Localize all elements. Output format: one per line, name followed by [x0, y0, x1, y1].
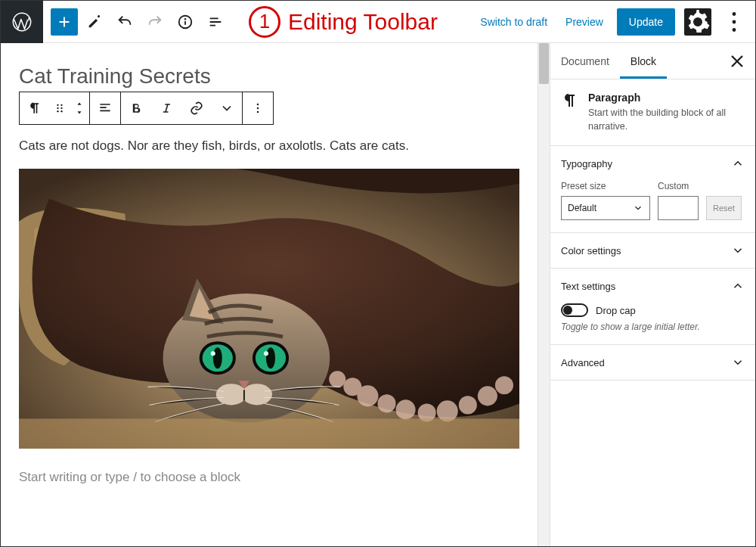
svg-point-14 — [257, 107, 259, 110]
italic-icon — [159, 101, 174, 116]
svg-point-25 — [343, 378, 361, 396]
svg-point-10 — [60, 107, 62, 109]
svg-point-21 — [437, 400, 458, 421]
chevron-down-icon — [219, 101, 234, 116]
svg-point-11 — [57, 110, 58, 112]
toolbar-right-group: Switch to draft Preview Update — [476, 8, 755, 36]
pencil-icon — [86, 14, 103, 30]
custom-size-label: Custom — [658, 181, 699, 191]
update-button[interactable]: Update — [617, 8, 675, 36]
paragraph-icon — [561, 92, 579, 110]
svg-point-22 — [459, 396, 477, 414]
svg-point-35 — [264, 351, 268, 356]
svg-point-18 — [377, 394, 395, 412]
wordpress-logo[interactable] — [1, 1, 43, 43]
block-more-button[interactable] — [243, 92, 273, 124]
reset-size-button[interactable]: Reset — [706, 196, 742, 220]
advanced-header[interactable]: Advanced — [550, 345, 755, 380]
plus-icon — [56, 14, 73, 30]
svg-rect-38 — [19, 418, 519, 449]
svg-point-23 — [478, 386, 497, 406]
preset-size-select[interactable]: Default — [561, 196, 650, 220]
more-format-button[interactable] — [212, 92, 242, 124]
scrollbar-thumb[interactable] — [539, 43, 549, 84]
tab-document[interactable]: Document — [550, 43, 620, 79]
tab-block[interactable]: Block — [620, 43, 667, 79]
more-options-button[interactable] — [720, 8, 748, 36]
empty-block-placeholder[interactable]: Start writing or type / to choose a bloc… — [19, 470, 519, 485]
outline-button[interactable] — [202, 8, 229, 36]
link-icon — [189, 101, 204, 116]
svg-point-4 — [733, 12, 736, 16]
sidebar-tabs: Document Block — [550, 43, 755, 79]
block-title: Paragraph — [588, 92, 745, 104]
text-settings-header[interactable]: Text settings — [550, 269, 755, 303]
undo-icon — [116, 14, 133, 30]
block-type-button[interactable] — [20, 92, 50, 124]
text-settings-heading: Text settings — [561, 281, 615, 292]
workspace: Cat Training Secrets — [1, 43, 755, 546]
preview-button[interactable]: Preview — [561, 10, 608, 34]
add-block-button[interactable] — [51, 8, 78, 36]
svg-point-32 — [213, 347, 222, 368]
advanced-heading: Advanced — [561, 357, 605, 368]
block-toolbar — [19, 92, 274, 125]
bold-icon — [129, 101, 144, 116]
annotation-label: Editing Toolbar — [288, 9, 438, 35]
redo-button[interactable] — [141, 8, 169, 36]
chevron-down-icon — [731, 244, 745, 257]
color-settings-heading: Color settings — [561, 245, 621, 256]
svg-point-34 — [211, 351, 215, 356]
chevron-down-icon — [731, 356, 745, 369]
move-updown-icon — [72, 101, 87, 116]
dropcap-label: Drop cap — [596, 305, 636, 316]
info-button[interactable] — [172, 8, 199, 36]
svg-point-12 — [60, 110, 62, 112]
italic-button[interactable] — [151, 92, 181, 124]
drag-icon — [52, 101, 67, 116]
chevron-down-icon — [633, 203, 643, 213]
top-toolbar: 1 Editing Toolbar Switch to draft Previe… — [1, 1, 755, 43]
switch-to-draft-button[interactable]: Switch to draft — [476, 10, 552, 34]
chevron-up-icon — [731, 157, 745, 170]
dropcap-help: Toggle to show a large initial letter. — [561, 322, 745, 332]
move-block-button[interactable] — [70, 92, 89, 124]
paragraph-icon — [27, 101, 42, 116]
align-button[interactable] — [90, 92, 120, 124]
settings-button[interactable] — [684, 8, 711, 36]
svg-point-24 — [495, 376, 513, 394]
kebab-icon — [250, 101, 265, 116]
annotation-callout: 1 Editing Toolbar — [249, 6, 438, 38]
svg-point-26 — [329, 371, 345, 387]
svg-point-7 — [57, 104, 58, 106]
advanced-panel: Advanced — [550, 345, 755, 381]
custom-size-input[interactable] — [658, 196, 699, 220]
gear-icon — [684, 8, 711, 36]
editor-canvas[interactable]: Cat Training Secrets — [1, 43, 538, 546]
info-icon — [177, 14, 194, 30]
toolbar-left-group — [43, 8, 229, 36]
paragraph-block[interactable]: Cats are not dogs. Nor are they fish, bi… — [19, 138, 519, 154]
close-sidebar-button[interactable] — [727, 51, 748, 72]
undo-button[interactable] — [111, 8, 138, 36]
svg-point-19 — [396, 399, 416, 419]
link-button[interactable] — [181, 92, 212, 124]
typography-panel-header[interactable]: Typography — [550, 146, 755, 181]
svg-point-3 — [185, 18, 186, 19]
preset-size-value: Default — [568, 203, 596, 213]
settings-sidebar: Document Block Paragraph Start with the … — [550, 43, 755, 546]
post-title[interactable]: Cat Training Secrets — [19, 64, 519, 89]
bold-button[interactable] — [121, 92, 151, 124]
canvas-scrollbar[interactable] — [538, 43, 550, 546]
svg-point-6 — [733, 28, 736, 32]
edit-mode-button[interactable] — [81, 8, 108, 36]
dropcap-toggle[interactable] — [561, 303, 588, 317]
align-left-icon — [98, 101, 113, 116]
color-settings-header[interactable]: Color settings — [550, 233, 755, 268]
redo-icon — [147, 14, 163, 30]
drag-handle-button[interactable] — [50, 92, 70, 124]
chevron-up-icon — [731, 279, 745, 293]
image-block[interactable] — [19, 169, 519, 449]
cat-image — [19, 169, 519, 449]
svg-point-15 — [257, 111, 259, 113]
